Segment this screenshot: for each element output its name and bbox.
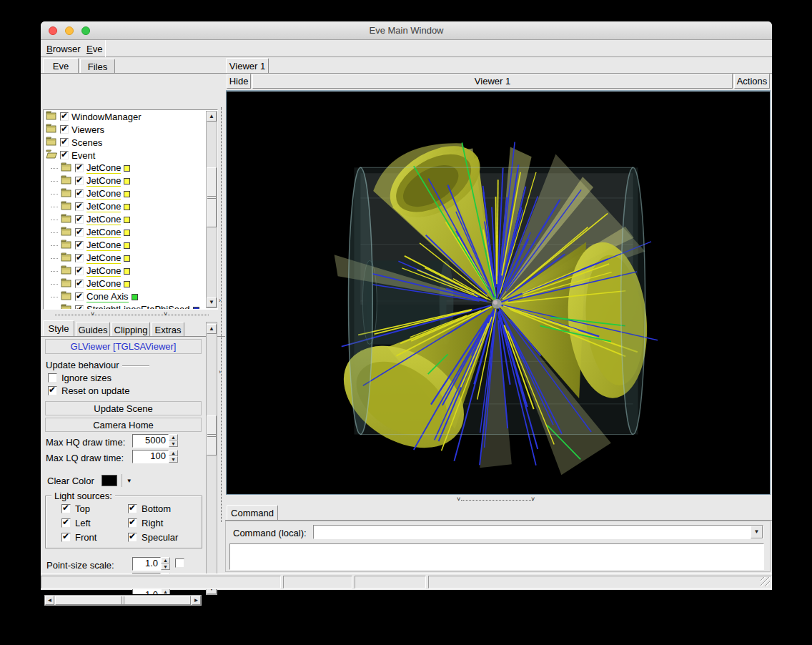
actions-button[interactable]: Actions: [734, 74, 770, 89]
wireframe-spinner[interactable]: 1.0 ▲: [132, 589, 161, 594]
tree-scroll-down-icon[interactable]: ▼: [207, 297, 217, 307]
item-color-marker[interactable]: [124, 165, 130, 172]
menu-browser[interactable]: Browser: [42, 42, 85, 56]
item-color-marker[interactable]: [124, 217, 130, 223]
tree-scroll-thumb[interactable]: [207, 167, 217, 227]
main-splitter[interactable]: [221, 107, 222, 522]
eve-scene-tree[interactable]: WindowManagerViewersScenesEventJetConeJe…: [43, 109, 218, 310]
style-hscrollbar[interactable]: ◄ ►: [44, 595, 202, 606]
tree-item-jetcone[interactable]: JetCone: [44, 239, 217, 252]
clear-color-dropdown-icon[interactable]: ▼: [127, 478, 132, 484]
reset-on-update-checkbox[interactable]: [48, 386, 57, 395]
max-hq-up-icon[interactable]: ▲: [169, 434, 178, 440]
command-history[interactable]: [229, 543, 764, 570]
item-color-marker[interactable]: [124, 268, 130, 275]
tree-item-checkbox[interactable]: [60, 138, 69, 147]
tree-item-cone-axis[interactable]: Cone Axis: [44, 290, 217, 303]
item-color-marker[interactable]: [132, 294, 138, 300]
style-scroll-up-icon[interactable]: ▲: [207, 324, 217, 334]
tree-item-label[interactable]: JetCone: [86, 252, 121, 264]
tree-item-checkbox[interactable]: [75, 241, 84, 250]
style-scroll-right-icon[interactable]: ►: [192, 596, 201, 605]
menu-eve[interactable]: Eve: [82, 42, 107, 56]
ignore-sizes-checkbox[interactable]: [48, 373, 57, 383]
tree-item-checkbox[interactable]: [75, 215, 84, 224]
item-color-marker[interactable]: [124, 204, 130, 210]
light-right-checkbox[interactable]: [128, 518, 137, 528]
tree-item-label[interactable]: Cone Axis: [86, 291, 129, 302]
max-hq-down-icon[interactable]: ▼: [169, 440, 178, 447]
tab-style[interactable]: Style: [43, 320, 74, 336]
camera-home-button[interactable]: Camera Home: [45, 418, 202, 432]
tab-command[interactable]: Command: [227, 505, 278, 521]
tree-item-label[interactable]: JetCone: [86, 162, 121, 174]
tree-item-label[interactable]: JetCone: [86, 214, 121, 225]
hide-button[interactable]: Hide: [227, 74, 251, 89]
max-lq-up-icon[interactable]: ▲: [169, 450, 178, 456]
tree-item-jetcone[interactable]: JetCone: [44, 200, 217, 213]
tab-files[interactable]: Files: [80, 59, 115, 73]
tree-item-label[interactable]: JetCone: [86, 227, 121, 238]
tree-item-checkbox[interactable]: [75, 280, 84, 288]
point-size-spinner[interactable]: 1.0 ▲ ▼: [132, 557, 161, 571]
tree-scroll-up-icon[interactable]: ▲: [207, 112, 217, 122]
reset-on-update-row[interactable]: Reset on update: [48, 385, 129, 396]
tree-item-jetcone[interactable]: JetCone: [44, 174, 217, 187]
tab-guides[interactable]: Guides: [76, 322, 110, 336]
tree-item-checkbox[interactable]: [75, 305, 84, 310]
tree-item-checkbox[interactable]: [75, 164, 84, 172]
style-scroll-left-icon[interactable]: ◄: [45, 596, 54, 605]
tree-item-jetcone[interactable]: JetCone: [44, 226, 217, 239]
max-hq-spinner[interactable]: 5000 ▲ ▼: [132, 434, 169, 448]
tree-item-straightlinesetaphiseed[interactable]: StraightLinesEtaPhiSeed: [44, 303, 217, 310]
gl-viewport[interactable]: [226, 90, 771, 495]
tree-item-windowmanager[interactable]: WindowManager: [44, 110, 217, 123]
point-size-checkbox[interactable]: [175, 558, 184, 568]
wireframe-value[interactable]: 1.0: [132, 589, 161, 594]
item-color-marker[interactable]: [124, 255, 130, 262]
max-lq-down-icon[interactable]: ▼: [169, 456, 178, 463]
update-scene-button[interactable]: Update Scene: [45, 401, 202, 415]
tab-viewer-1[interactable]: Viewer 1: [226, 58, 269, 74]
tree-item-checkbox[interactable]: [75, 189, 84, 198]
item-color-marker[interactable]: [193, 307, 199, 310]
tree-item-label[interactable]: JetCone: [86, 278, 121, 290]
tree-item-label[interactable]: JetCone: [86, 175, 121, 187]
tree-item-label[interactable]: Scenes: [71, 137, 102, 148]
item-color-marker[interactable]: [124, 281, 130, 287]
point-size-up-icon[interactable]: ▲: [161, 557, 170, 563]
point-size-value[interactable]: 1.0: [132, 557, 161, 571]
tab-clipping[interactable]: Clipping: [112, 322, 150, 336]
item-color-marker[interactable]: [124, 230, 130, 236]
style-scroll-thumb[interactable]: [207, 415, 217, 456]
bottom-splitter[interactable]: [461, 500, 533, 501]
tree-item-checkbox[interactable]: [60, 151, 69, 159]
tree-item-jetcone[interactable]: JetCone: [44, 213, 217, 226]
tree-item-viewers[interactable]: Viewers: [44, 123, 217, 136]
max-lq-spinner[interactable]: 100 ▲ ▼: [132, 450, 169, 463]
style-hscroll-thumb[interactable]: [55, 596, 191, 605]
tree-item-checkbox[interactable]: [75, 292, 84, 301]
tree-item-scenes[interactable]: Scenes: [44, 136, 217, 149]
command-dropdown-icon[interactable]: ▼: [751, 526, 763, 538]
command-input[interactable]: ▼: [313, 525, 763, 539]
max-hq-value[interactable]: 5000: [132, 434, 169, 448]
tree-item-label[interactable]: Viewers: [71, 124, 104, 135]
light-left-checkbox[interactable]: [61, 518, 71, 528]
clear-color-swatch[interactable]: [102, 475, 117, 486]
tree-item-checkbox[interactable]: [75, 177, 84, 185]
point-size-down-icon[interactable]: ▼: [161, 563, 170, 570]
tab-eve[interactable]: Eve: [43, 58, 79, 74]
wireframe-up-icon[interactable]: ▲: [161, 589, 170, 594]
resize-grip[interactable]: [761, 577, 770, 586]
tree-item-event[interactable]: Event: [44, 149, 217, 162]
item-color-marker[interactable]: [124, 242, 130, 249]
light-specular-checkbox[interactable]: [128, 533, 137, 542]
tree-item-jetcone[interactable]: JetCone: [44, 187, 217, 200]
tree-item-label[interactable]: StraightLinesEtaPhiSeed: [86, 304, 190, 310]
tree-item-label[interactable]: JetCone: [86, 265, 121, 277]
tree-scrollbar[interactable]: ▲ ▼: [206, 111, 217, 308]
tree-item-label[interactable]: WindowManager: [71, 112, 142, 122]
glviewer-button[interactable]: GLViewer [TGLSAViewer]: [45, 339, 202, 354]
style-scrollbar[interactable]: ▲ ▼: [206, 322, 217, 595]
